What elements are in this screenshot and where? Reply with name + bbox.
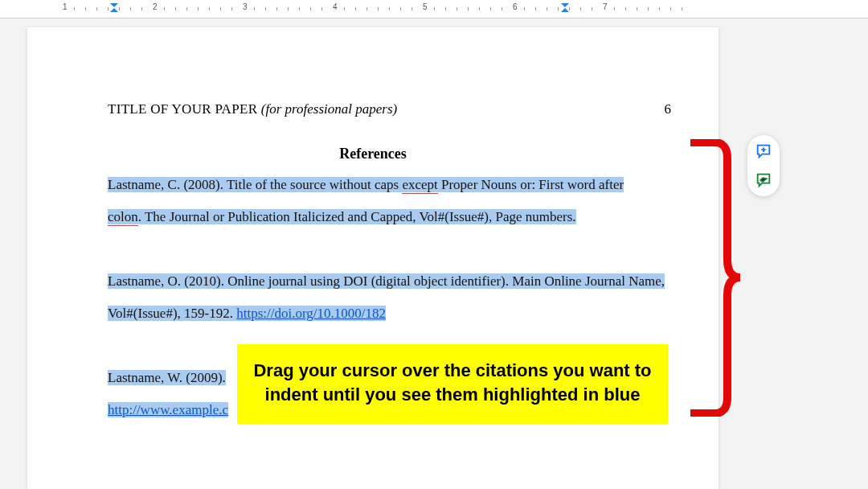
suggest-edits-button[interactable] bbox=[752, 169, 775, 191]
header-title: TITLE OF YOUR PAPER bbox=[108, 101, 261, 117]
ruler[interactable]: 1 2 3 4 5 6 7 bbox=[0, 0, 868, 18]
ruler-label: 1 bbox=[63, 2, 68, 11]
bracket-annotation bbox=[687, 139, 742, 417]
ruler-label: 5 bbox=[423, 2, 428, 11]
add-comment-button[interactable] bbox=[752, 140, 775, 162]
doi-link[interactable]: https://doi.org/10.1000/182 bbox=[236, 306, 386, 321]
header-subtitle: (for professional papers) bbox=[261, 101, 397, 117]
ruler-label: 4 bbox=[333, 2, 338, 11]
side-comment-toolbar bbox=[747, 135, 780, 196]
page-number: 6 bbox=[665, 101, 672, 117]
ruler-label: 7 bbox=[603, 2, 608, 11]
citation-entry: Lastname, O. (2010). Online journal usin… bbox=[108, 265, 670, 330]
highlighted-text[interactable]: http://www.example.c bbox=[108, 402, 228, 417]
add-comment-icon bbox=[755, 142, 772, 160]
references-heading: References bbox=[27, 146, 719, 162]
highlighted-text[interactable]: Lastname, C. (2008). Title of the source… bbox=[108, 177, 624, 192]
ruler-label: 2 bbox=[153, 2, 158, 11]
highlighted-text[interactable]: Lastname, O. (2010). Online journal usin… bbox=[108, 273, 665, 321]
spell-flag: colon bbox=[108, 209, 138, 226]
instruction-callout: Drag your cursor over the citations you … bbox=[237, 344, 668, 424]
running-header: TITLE OF YOUR PAPER (for professional pa… bbox=[108, 101, 674, 117]
ruler-label: 6 bbox=[513, 2, 518, 11]
example-link[interactable]: http://www.example.c bbox=[108, 402, 228, 417]
highlighted-text[interactable]: Lastname, W. (2009). bbox=[108, 370, 226, 385]
highlighted-text[interactable]: colon. The Journal or Publication Italic… bbox=[108, 209, 576, 224]
spell-flag: except bbox=[402, 177, 437, 194]
ruler-label: 3 bbox=[243, 2, 248, 11]
citation-entry: Lastname, C. (2008). Title of the source… bbox=[108, 169, 670, 233]
suggest-edits-icon bbox=[755, 171, 772, 189]
